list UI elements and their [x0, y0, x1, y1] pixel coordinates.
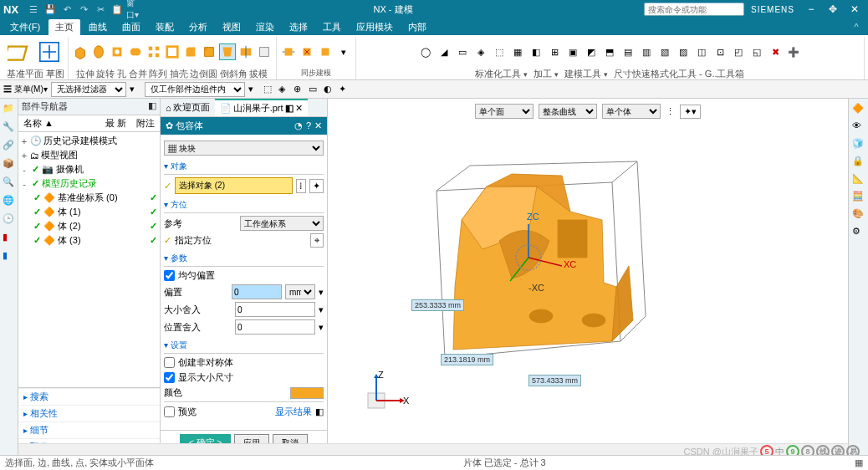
nav-col-name[interactable]: 名称 ▲	[18, 115, 59, 131]
toolbar-icon[interactable]: ◈	[278, 84, 290, 95]
nav-close-icon[interactable]: ◧	[148, 100, 156, 113]
misc-icon[interactable]: ▨	[675, 43, 692, 60]
toolbar-icon[interactable]: ◐	[324, 84, 335, 95]
dropdown-icon[interactable]: ▾	[319, 304, 324, 315]
misc-icon[interactable]: ◩	[583, 43, 600, 60]
toolbar-icon[interactable]: ⬚	[263, 84, 275, 95]
show-size-checkbox[interactable]	[164, 372, 175, 383]
tab-welcome[interactable]: ⌂欢迎页面	[161, 99, 215, 116]
more-feature-icon[interactable]	[256, 43, 273, 60]
sketch-icon[interactable]	[36, 38, 63, 65]
viewport[interactable]: 单个面 整条曲线 单个体 ⋮ ✦▾	[328, 99, 848, 455]
round-size-input[interactable]	[235, 302, 315, 317]
section-settings[interactable]: 设置	[164, 338, 324, 354]
filter-select-1[interactable]: 无选择过滤器	[51, 82, 126, 97]
misc-icon[interactable]: ◱	[748, 43, 765, 60]
result-icon[interactable]: ◧	[315, 406, 324, 417]
blend-icon[interactable]	[182, 43, 199, 60]
misc-icon[interactable]: ◈	[472, 43, 489, 60]
tab-render[interactable]: 渲染	[249, 19, 281, 35]
misc-icon[interactable]: ◰	[730, 43, 747, 60]
dropdown-icon[interactable]: ▾	[319, 322, 324, 333]
pattern-icon[interactable]	[146, 43, 162, 60]
tab-internal[interactable]: 内部	[401, 19, 433, 35]
extrude-icon[interactable]	[72, 43, 89, 60]
filter-icon[interactable]: ▾	[248, 84, 260, 95]
close-button[interactable]: ✕	[845, 3, 865, 15]
tab-home[interactable]: 主页	[49, 19, 80, 35]
toolbar-icon[interactable]: ⊕	[294, 84, 305, 95]
command-search[interactable]	[644, 3, 744, 16]
assembly-nav-icon[interactable]: 🔧	[2, 120, 17, 135]
roles-icon[interactable]: ▮	[2, 231, 17, 246]
nav-icon[interactable]: 📁	[2, 102, 17, 117]
show-result-link[interactable]: 显示结果	[275, 406, 312, 418]
rr-icon[interactable]: 👁	[851, 120, 866, 135]
rr-icon[interactable]: 📐	[851, 172, 866, 187]
history-icon[interactable]: 🕒	[2, 212, 17, 227]
dimension-label[interactable]: 213.1819 mm	[441, 354, 493, 365]
rr-icon[interactable]: 🔒	[851, 155, 866, 170]
nav-section[interactable]: ▸ 细节	[18, 421, 160, 438]
dialog-pin-icon[interactable]: ◔	[294, 120, 303, 131]
preview-checkbox[interactable]	[164, 406, 175, 417]
vp-select-1[interactable]: 单个面	[475, 104, 534, 119]
tab-select[interactable]: 选择	[283, 19, 314, 35]
tab-view[interactable]: 视图	[216, 19, 248, 35]
misc-icon[interactable]: ➕	[785, 43, 802, 60]
orient-icon[interactable]: ✦▾	[680, 105, 701, 119]
toolbar-icon[interactable]: ▭	[309, 84, 320, 95]
csys-icon[interactable]: ⌖	[310, 233, 324, 248]
section-object[interactable]: 对象	[164, 159, 324, 175]
misc-icon[interactable]: ▦	[509, 43, 526, 60]
uniform-checkbox[interactable]	[164, 270, 175, 281]
vp-select-3[interactable]: 单个体	[602, 104, 661, 119]
tab-application[interactable]: 应用模块	[350, 19, 400, 35]
rr-icon[interactable]: 🧮	[851, 190, 866, 205]
dialog-help-icon[interactable]: ?	[306, 120, 311, 131]
color-swatch[interactable]	[290, 387, 324, 399]
nav-section[interactable]: ▸ 搜索	[18, 388, 160, 405]
reuse-icon[interactable]: 📦	[2, 157, 17, 172]
browser-icon[interactable]: 🌐	[2, 194, 17, 209]
misc-icon[interactable]: ◧	[528, 43, 544, 60]
nav-tree[interactable]: +🕒历史记录建模模式 +🗂模型视图 -✓📷 摄像机 -✓模型历史记录 ✓🔶 基准…	[18, 132, 160, 387]
misc-icon[interactable]: ▥	[638, 43, 655, 60]
filter-select-2[interactable]: 仅工作部件边组件内	[145, 82, 245, 97]
menu-icon[interactable]: ☰	[26, 2, 41, 17]
trim-icon[interactable]	[237, 43, 254, 60]
rr-icon[interactable]: ⚙	[851, 225, 866, 240]
tab-surface[interactable]: 曲面	[115, 19, 147, 35]
ref-select[interactable]: 工作坐标系	[240, 216, 324, 231]
draft-icon[interactable]	[219, 43, 236, 60]
unite-icon[interactable]	[127, 43, 144, 60]
restore-button[interactable]: ✥	[823, 3, 843, 15]
hd3d-icon[interactable]: 🔍	[2, 176, 17, 191]
resize-face-icon[interactable]	[317, 43, 334, 60]
undo-icon[interactable]: ↶	[59, 2, 74, 17]
filter-icon[interactable]: ▾	[130, 84, 141, 95]
misc-icon[interactable]: ◢	[436, 43, 452, 60]
nav-col-uptodate[interactable]: 最 新	[100, 115, 131, 131]
section-params[interactable]: 参数	[164, 251, 324, 267]
constraint-icon[interactable]: 🔗	[2, 139, 17, 154]
rr-icon[interactable]: 🎨	[851, 207, 866, 222]
nav-section[interactable]: ▸ 相关性	[18, 405, 160, 421]
tab-part[interactable]: 📄山涧果子.prt ◧ ✕	[215, 99, 308, 116]
misc-icon[interactable]: ▤	[620, 43, 636, 60]
dimension-label[interactable]: 573.4333 mm	[528, 375, 581, 386]
shell-icon[interactable]	[164, 43, 181, 60]
misc-icon[interactable]: ◯	[417, 43, 434, 60]
save-icon[interactable]: 💾	[43, 2, 58, 17]
asym-checkbox[interactable]	[164, 357, 175, 368]
more-sync-icon[interactable]: ▾	[335, 43, 352, 60]
round-pos-input[interactable]	[235, 319, 315, 335]
dialog-close-icon[interactable]: ✕	[314, 120, 322, 131]
misc-icon[interactable]: ⊡	[712, 43, 728, 60]
hole-icon[interactable]	[109, 43, 125, 60]
misc-icon[interactable]: ▣	[564, 43, 581, 60]
revolve-icon[interactable]	[90, 43, 107, 60]
select-btn[interactable]: ⁞	[296, 179, 306, 193]
misc-icon[interactable]: ✖	[767, 43, 784, 60]
minimize-button[interactable]: −	[801, 3, 821, 15]
